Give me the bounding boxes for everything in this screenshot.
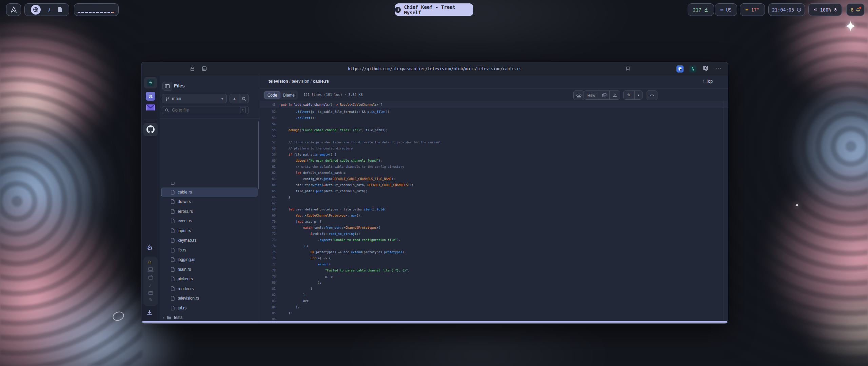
line-number[interactable]: 56 (260, 135, 276, 138)
line-number[interactable]: 77 (260, 263, 276, 266)
copy-button[interactable] (599, 91, 609, 99)
puzzle-extensions-icon[interactable] (703, 66, 708, 71)
tree-item-television.rs[interactable]: television.rs (161, 293, 258, 303)
browser-menu-icon[interactable]: ⋯ (715, 64, 722, 72)
line-number[interactable]: 79 (260, 275, 276, 278)
edit-dropdown-button[interactable]: ▾ (635, 91, 642, 99)
line-number[interactable]: 80 (260, 281, 276, 284)
tree-item-render.rs[interactable]: render.rs (161, 284, 258, 294)
workspace-bag-icon[interactable] (148, 275, 153, 280)
line-number[interactable]: 72 (260, 232, 276, 236)
download-raw-button[interactable] (610, 91, 620, 99)
site-permissions-icon[interactable] (202, 66, 207, 71)
line-number[interactable]: 59 (260, 153, 276, 156)
line-number[interactable]: 68 (260, 208, 276, 211)
lightning-extension-icon[interactable]: ϟ (689, 65, 696, 73)
url-text[interactable]: https://github.com/alexpasmantier/televi… (348, 66, 521, 71)
notes-app-button[interactable] (58, 7, 63, 13)
line-number[interactable]: 43 (260, 103, 276, 106)
pinned-tab-gmail[interactable] (145, 103, 156, 111)
tab-code[interactable]: Code (264, 91, 280, 99)
line-number[interactable]: 61 (260, 165, 276, 168)
tree-item-tui.rs[interactable]: tui.rs (161, 303, 258, 313)
pinned-tab-lightning[interactable]: ϟ (144, 77, 157, 88)
pause-icon[interactable] (395, 7, 401, 13)
bitwarden-extension-icon[interactable] (676, 65, 684, 73)
line-number[interactable]: 58 (260, 147, 276, 150)
tree-item-tests[interactable]: ›tests (161, 313, 258, 321)
line-number[interactable]: 63 (260, 177, 276, 181)
raw-button[interactable]: Raw (584, 91, 599, 99)
tree-item-main.rs[interactable]: main.rs (161, 265, 258, 274)
symbols-button[interactable]: <> (647, 90, 657, 100)
line-number[interactable]: 67 (260, 202, 276, 205)
line-number[interactable]: 83 (260, 299, 276, 303)
line-number[interactable]: 85 (260, 311, 276, 315)
bookmark-icon[interactable] (626, 66, 630, 71)
edit-file-button[interactable]: ✎ (624, 91, 634, 99)
tree-item-draw.rs[interactable]: draw.rs (161, 197, 258, 207)
line-number[interactable]: 76 (260, 257, 276, 260)
keyboard-layout-pill[interactable]: ⌨ US (715, 3, 737, 16)
line-number[interactable]: 66 (260, 196, 276, 199)
line-number[interactable]: 54 (260, 122, 276, 126)
line-number[interactable]: 65 (260, 189, 276, 193)
line-number[interactable]: 73 (260, 238, 276, 242)
music-app-button[interactable]: ♪ (47, 6, 51, 13)
tree-item-cable.rs[interactable]: cable.rs (161, 187, 258, 197)
workspace-laptop-icon[interactable] (147, 267, 154, 272)
clock-pill[interactable]: 21:04:05 (768, 3, 805, 16)
line-number[interactable]: 69 (260, 214, 276, 217)
weather-pill[interactable]: ☀ 17° (740, 3, 765, 16)
breadcrumb-folder[interactable]: television (292, 79, 309, 84)
browser-tab-button[interactable] (31, 5, 41, 15)
workspace-music-icon[interactable]: ♪ (149, 282, 151, 288)
line-number[interactable]: 52 (260, 110, 276, 114)
tree-item-input.rs[interactable]: input.rs (161, 226, 258, 236)
line-number[interactable]: 53 (260, 116, 276, 120)
new-file-button[interactable]: + (230, 94, 239, 103)
back-to-top-link[interactable]: ↑ Top (703, 79, 713, 84)
tree-item-event.rs[interactable]: event.rs (161, 216, 258, 226)
horizontal-scrollbar[interactable] (142, 321, 727, 323)
tab-github-active[interactable] (143, 123, 158, 136)
tab-blame[interactable]: Blame (280, 91, 297, 99)
notifications-pill[interactable]: 8 (846, 3, 865, 16)
line-number[interactable]: 70 (260, 220, 276, 223)
line-number[interactable]: 71 (260, 226, 276, 229)
tree-item-partial[interactable] (161, 182, 258, 187)
pinned-tab-calendar[interactable]: 31 (146, 92, 155, 101)
tree-item-logging.rs[interactable]: logging.rs (161, 255, 258, 265)
tree-item-picker.rs[interactable]: picker.rs (161, 274, 258, 284)
media-player-pill[interactable]: Chief Keef - Treat Myself (395, 3, 473, 16)
launcher-pill[interactable] (6, 3, 21, 16)
workspace-briefcase-icon[interactable] (148, 290, 153, 295)
branch-selector[interactable]: main ▾ (162, 94, 227, 103)
line-number[interactable]: 81 (260, 287, 276, 290)
goto-file-input[interactable] (171, 107, 238, 113)
tree-item-errors.rs[interactable]: errors.rs (161, 207, 258, 217)
line-number[interactable]: 74 (260, 244, 276, 248)
line-number[interactable]: 55 (260, 128, 276, 132)
tree-item-lib.rs[interactable]: lib.rs (161, 245, 258, 255)
settings-gear-button[interactable]: ⚙ (147, 244, 153, 252)
line-number[interactable]: 75 (260, 250, 276, 254)
line-number[interactable]: 57 (260, 141, 276, 144)
search-tree-button[interactable] (239, 94, 249, 103)
line-number[interactable]: 86 (260, 318, 276, 321)
workspace-pen-icon[interactable]: ✎ (149, 297, 153, 302)
updates-pill[interactable]: 217 (688, 3, 714, 16)
tree-scrollbar[interactable] (258, 121, 259, 189)
downloads-button[interactable] (146, 310, 153, 316)
line-number[interactable]: 64 (260, 183, 276, 187)
workspace-bank-icon[interactable]: ⌂ (148, 259, 151, 264)
copilot-button[interactable] (573, 90, 584, 100)
line-number[interactable]: 78 (260, 269, 276, 272)
line-number[interactable]: 60 (260, 159, 276, 162)
line-number[interactable]: 84 (260, 305, 276, 309)
line-number[interactable]: 62 (260, 171, 276, 175)
breadcrumb-repo[interactable]: television (269, 79, 288, 84)
line-number[interactable]: 82 (260, 293, 276, 297)
tree-item-keymap.rs[interactable]: keymap.rs (161, 236, 258, 245)
lock-icon[interactable] (190, 66, 195, 71)
